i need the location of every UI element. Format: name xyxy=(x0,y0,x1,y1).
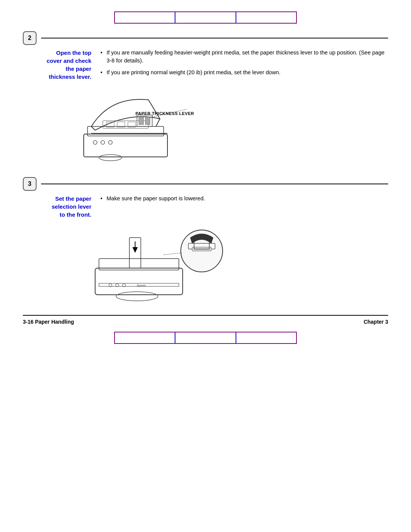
step3-heading: Set the paperselection leverto the front… xyxy=(23,195,91,219)
svg-line-31 xyxy=(164,253,182,255)
step2-bullet-2: If you are printing normal weight (20 ib… xyxy=(99,69,388,77)
svg-rect-13 xyxy=(139,117,143,125)
step2-heading: Open the topcover and checkthe paperthic… xyxy=(23,49,91,81)
top-nav-bar xyxy=(23,11,388,24)
svg-point-9 xyxy=(101,141,105,144)
step3-divider: 3 xyxy=(23,177,388,191)
step2-line xyxy=(41,38,388,38)
svg-line-2 xyxy=(156,119,160,126)
bottom-nav-bar xyxy=(23,332,388,344)
printer1-wrapper: PAPER THICKNESS LEVER xyxy=(72,88,202,166)
printer1-illustration: PAPER THICKNESS LEVER xyxy=(72,88,388,166)
svg-marker-19 xyxy=(132,247,138,253)
step3-right: Make sure the paper support is lowered. xyxy=(99,195,388,219)
footer-right: Chapter 3 xyxy=(363,319,388,325)
footer-section: 3-16 Paper Handling Chapter 3 xyxy=(23,315,388,325)
nav-cell-bottom-3[interactable] xyxy=(236,332,296,343)
nav-cell-bottom-1[interactable] xyxy=(115,332,175,343)
step3-bullet-list: Make sure the paper support is lowered. xyxy=(99,195,388,203)
step3-line xyxy=(41,184,388,184)
step2-bullet-1: If you are manually feeding heavier-weig… xyxy=(99,49,388,65)
printer1-svg xyxy=(72,88,202,165)
svg-rect-14 xyxy=(145,117,150,125)
step3-left: Set the paperselection leverto the front… xyxy=(23,195,99,219)
svg-rect-16 xyxy=(95,268,183,295)
step2-divider: 2 xyxy=(23,31,388,45)
step2-content: Open the topcover and checkthe paperthic… xyxy=(23,49,388,81)
page-wrapper: 2 Open the topcover and checkthe paperth… xyxy=(0,0,411,359)
svg-point-10 xyxy=(108,141,112,144)
svg-point-8 xyxy=(93,141,97,144)
top-nav-bar-inner xyxy=(114,11,297,24)
step2-right: If you are manually feeding heavier-weig… xyxy=(99,49,388,81)
nav-cell-bottom-2[interactable] xyxy=(175,332,236,343)
svg-point-11 xyxy=(99,155,122,161)
bottom-nav-bar-inner xyxy=(114,332,297,344)
printer2-svg: Epson xyxy=(88,226,228,306)
step2-badge: 2 xyxy=(23,31,37,45)
step2-bullet-list: If you are manually feeding heavier-weig… xyxy=(99,49,388,77)
nav-cell-1[interactable] xyxy=(115,12,175,23)
step3-content: Set the paperselection leverto the front… xyxy=(23,195,388,219)
svg-point-26 xyxy=(116,292,158,301)
step3-badge: 3 xyxy=(23,177,37,191)
nav-cell-2[interactable] xyxy=(175,12,236,23)
step3-bullet-1: Make sure the paper support is lowered. xyxy=(99,195,388,203)
step2-left: Open the topcover and checkthe paperthic… xyxy=(23,49,99,81)
paper-thickness-label: PAPER THICKNESS LEVER xyxy=(135,111,194,116)
svg-text:Epson: Epson xyxy=(137,284,146,287)
svg-rect-0 xyxy=(84,134,167,157)
footer-left: 3-16 Paper Handling xyxy=(23,319,74,325)
nav-cell-3[interactable] xyxy=(236,12,296,23)
printer2-wrapper: Epson xyxy=(88,226,228,307)
printer2-illustration: Epson xyxy=(88,226,388,307)
